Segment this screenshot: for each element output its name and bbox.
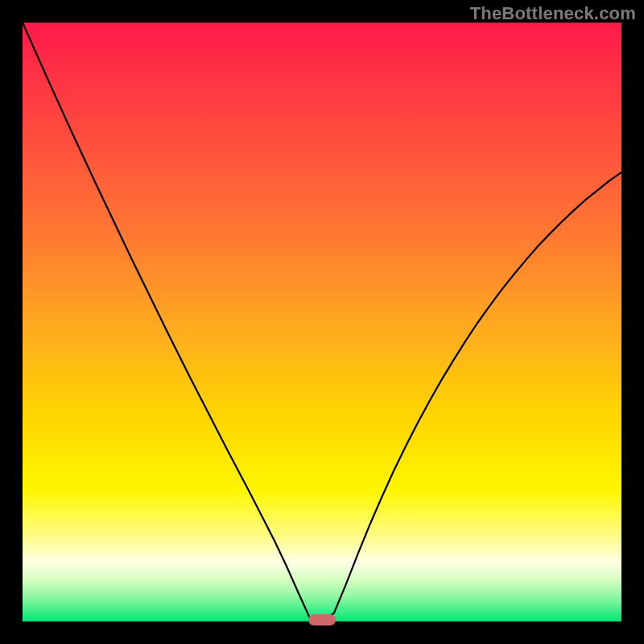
chart-frame: TheBottleneck.com (0, 0, 644, 644)
curve-plot (23, 23, 621, 621)
bottleneck-curve (23, 23, 621, 621)
watermark-text: TheBottleneck.com (470, 3, 636, 24)
bottleneck-marker (308, 614, 336, 625)
plot-area (23, 23, 621, 621)
